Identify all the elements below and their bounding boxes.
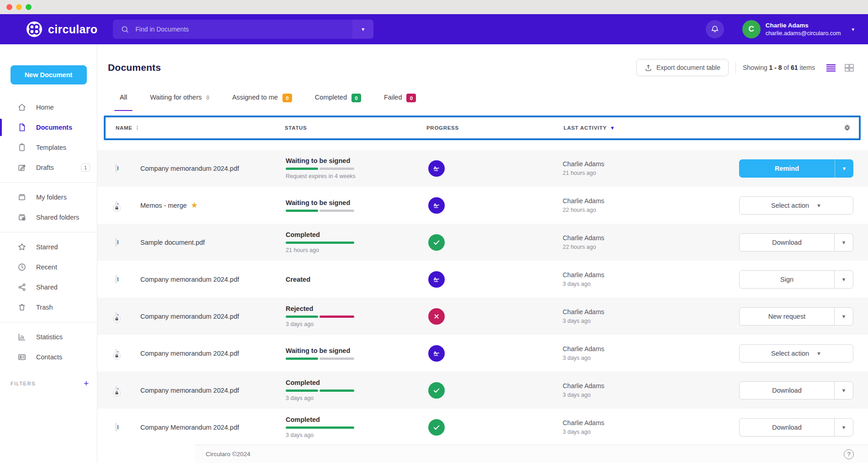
action-dropdown-caret[interactable]: ▼ (834, 308, 853, 325)
help-button[interactable]: ? (844, 449, 854, 459)
sidebar-item-drafts[interactable]: Drafts1 (0, 158, 97, 178)
status-cell: Rejected3 days ago (286, 305, 423, 327)
new-request-button[interactable]: New request (740, 308, 834, 325)
search-scope-dropdown[interactable]: ▾ (352, 20, 373, 39)
zoom-window-button[interactable] (26, 4, 32, 10)
minimize-window-button[interactable] (16, 4, 22, 10)
document-name: Company memorandum 2024.pdf (140, 387, 239, 394)
activity-user: Charlie Adams (563, 419, 659, 426)
sidebar-item-shared-folders[interactable]: Shared folders (0, 207, 97, 227)
sidebar-item-label: Home (36, 104, 54, 111)
status-label: Waiting to be signed (286, 199, 423, 206)
sidebar-item-trash[interactable]: Trash (0, 297, 97, 317)
document-thumbnail (116, 275, 140, 284)
tab-all[interactable]: All (120, 93, 127, 111)
status-subtext: 3 days ago (286, 395, 423, 401)
action-dropdown-caret[interactable]: ▼ (834, 234, 853, 251)
table-row[interactable]: Company memorandum 2024.pdfRejected3 day… (97, 298, 868, 335)
remind-button[interactable]: Remind (739, 159, 835, 178)
table-row[interactable]: Company Memorandum 2024.pdfCompleted3 da… (97, 409, 868, 446)
shared-folder-icon (17, 213, 27, 222)
document-name-cell[interactable]: Company Memorandum 2024.pdf (140, 424, 286, 431)
sidebar-item-recent[interactable]: Recent (0, 257, 97, 277)
sidebar-item-starred[interactable]: Starred (0, 237, 97, 257)
download-button[interactable]: Download (740, 419, 834, 436)
action-split-button: Remind▼ (739, 159, 853, 178)
sidebar-item-shared[interactable]: Shared (0, 277, 97, 297)
sign-button[interactable]: Sign (740, 271, 834, 288)
chevron-down-icon: ▼ (816, 351, 821, 356)
table-row[interactable]: Company memorandum 2024.pdfCreatedCharli… (97, 261, 868, 298)
status-label: Rejected (286, 305, 423, 312)
filters-label: FILTERS (11, 381, 36, 386)
star-icon[interactable]: ★ (191, 201, 198, 209)
document-name-cell[interactable]: Company memorandum 2024.pdf (140, 350, 286, 357)
action-dropdown-caret[interactable]: ▼ (835, 159, 853, 178)
sidebar-item-documents[interactable]: Documents (0, 117, 97, 137)
export-document-table-button[interactable]: Export document table (636, 59, 729, 76)
sidebar-item-contacts[interactable]: Contacts (0, 347, 97, 367)
action-dropdown-caret[interactable]: ▼ (834, 382, 853, 399)
tab-failed[interactable]: Failed0 (384, 93, 416, 111)
sidebar-item-label: Starred (36, 243, 58, 251)
action-split-button: Download▼ (739, 381, 853, 400)
document-name-cell[interactable]: Sample document.pdf (140, 239, 286, 246)
tab-completed[interactable]: Completed0 (315, 93, 361, 111)
table-row[interactable]: Memos - merge★Waiting to be signedCharli… (97, 187, 868, 224)
table-row[interactable]: Company memorandum 2024.pdfWaiting to be… (97, 335, 868, 372)
status-subtext: 3 days ago (286, 321, 423, 327)
grid-view-button[interactable] (845, 64, 854, 72)
sidebar-item-label: Shared folders (36, 214, 79, 221)
sidebar-nav: HomeDocumentsTemplatesDrafts1My foldersS… (0, 97, 97, 367)
progress-bar (286, 210, 354, 212)
brand-logo[interactable]: circularo (26, 21, 97, 37)
table-row[interactable]: Company memorandum 2024.pdfCompleted3 da… (97, 372, 868, 409)
action-dropdown-caret[interactable]: ▼ (834, 271, 853, 288)
table-settings-button[interactable] (843, 124, 852, 132)
tab-count-badge: 0 (351, 94, 361, 102)
action-dropdown-caret[interactable]: ▼ (834, 419, 853, 436)
sidebar-item-home[interactable]: Home (0, 97, 97, 117)
progress-bar-segment (286, 358, 318, 360)
select-action-button[interactable]: Select action▼ (740, 345, 853, 362)
sidebar-item-label: My folders (36, 194, 67, 201)
activity-time: 3 days ago (563, 355, 659, 361)
tab-waiting-for-others[interactable]: Waiting for others8 (150, 93, 209, 111)
document-name-cell[interactable]: Company memorandum 2024.pdf (140, 387, 286, 394)
select-action-button[interactable]: Select action▼ (740, 197, 853, 214)
search-input[interactable] (135, 26, 352, 33)
activity-time: 3 days ago (563, 392, 659, 398)
document-name-cell[interactable]: Memos - merge★ (140, 201, 286, 209)
new-document-button[interactable]: New Document (11, 65, 87, 84)
document-icon (116, 423, 117, 431)
document-name-cell[interactable]: Company memorandum 2024.pdf (140, 276, 286, 283)
activity-time: 22 hours ago (563, 244, 659, 250)
column-header-status[interactable]: STATUS (285, 125, 307, 131)
action-split-button: Download▼ (739, 233, 853, 252)
table-header-row[interactable]: NAME ▲▼ STATUS PROGRESS LAST ACTIVITY ▼ (104, 116, 861, 140)
sidebar-item-statistics[interactable]: Statistics (0, 327, 97, 347)
column-header-name[interactable]: NAME ▲▼ (116, 125, 139, 131)
document-thumbnail (116, 349, 140, 358)
search-icon (113, 25, 135, 34)
user-menu[interactable]: C Charlie Adams charlie.adams@circularo.… (742, 20, 854, 38)
status-label: Created (286, 276, 423, 283)
activity-user: Charlie Adams (563, 308, 659, 316)
download-button[interactable]: Download (740, 234, 834, 251)
table-row[interactable]: Sample document.pdfCompleted21 hours ago… (97, 224, 868, 261)
sidebar-item-templates[interactable]: Templates (0, 137, 97, 158)
download-button[interactable]: Download (740, 382, 834, 399)
sidebar-item-my-folders[interactable]: My folders (0, 187, 97, 207)
column-header-last-activity[interactable]: LAST ACTIVITY ▼ (564, 125, 615, 131)
table-row[interactable]: Company memorandum 2024.pdfWaiting to be… (97, 150, 868, 187)
document-name-cell[interactable]: Company memorandum 2024.pdf (140, 313, 286, 320)
tab-assigned-to-me[interactable]: Assigned to me0 (232, 93, 292, 111)
add-filter-button[interactable]: + (84, 379, 89, 388)
document-name-cell[interactable]: Company memorandum 2024.pdf (140, 165, 286, 172)
progress-bar (286, 168, 354, 170)
notifications-button[interactable] (706, 20, 724, 38)
share-icon (17, 283, 27, 292)
close-window-button[interactable] (6, 4, 12, 10)
list-view-button[interactable] (826, 64, 836, 72)
column-header-progress[interactable]: PROGRESS (426, 125, 459, 131)
